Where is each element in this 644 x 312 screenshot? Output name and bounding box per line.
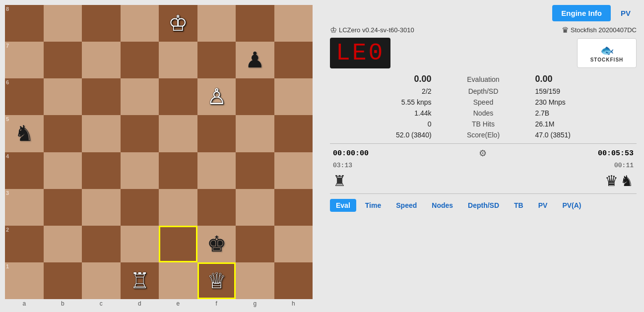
cell-g2[interactable] — [236, 226, 274, 262]
cell-f7[interactable] — [197, 42, 236, 78]
pv-button[interactable]: PV — [615, 5, 637, 21]
cell-d6[interactable] — [121, 78, 159, 115]
cell-g3[interactable] — [236, 189, 274, 226]
cell-g6[interactable] — [236, 78, 274, 115]
cell-e8[interactable]: ♔ — [159, 5, 197, 42]
cell-c5[interactable] — [82, 115, 121, 152]
tab-depth[interactable]: Depth/SD — [462, 199, 505, 212]
rank-label-4: 4 — [6, 153, 9, 159]
cell-f8[interactable] — [197, 5, 236, 42]
tab-pva[interactable]: PV(A) — [556, 199, 587, 212]
rank-label-3: 3 — [6, 190, 9, 196]
piece-black-king-f2[interactable]: ♚ — [207, 233, 226, 255]
chess-board[interactable]: 8♔7♟6♙5♞432♚1♖♕ — [5, 5, 313, 299]
tb-row: 0 TB Hits 26.1M — [330, 119, 637, 129]
nodes-row: 1.44k Nodes 2.7B — [330, 108, 637, 119]
cell-d4[interactable] — [121, 152, 159, 189]
cell-e4[interactable] — [159, 152, 197, 189]
gear-icon[interactable]: ⚙ — [479, 148, 487, 158]
cell-a4[interactable]: 4 — [5, 152, 44, 189]
cell-c8[interactable] — [82, 5, 121, 42]
stockfish-logo: 🐟 STOCKFISH — [577, 38, 637, 68]
cell-e7[interactable] — [159, 42, 197, 78]
piece-white-king-e8[interactable]: ♔ — [168, 12, 188, 34]
piece-black-knight-a5[interactable]: ♞ — [14, 123, 34, 144]
cell-c3[interactable] — [82, 189, 121, 226]
cell-h4[interactable] — [274, 152, 313, 189]
cell-b1[interactable] — [44, 262, 82, 299]
piece-white-pawn-f6[interactable]: ♙ — [207, 86, 226, 108]
piece-black-pawn-g7[interactable]: ♟ — [245, 49, 264, 71]
cell-h5[interactable] — [274, 115, 313, 152]
file-d: d — [121, 299, 159, 307]
cell-e6[interactable] — [159, 78, 197, 115]
cell-c1[interactable] — [82, 262, 121, 299]
cell-h6[interactable] — [274, 78, 313, 115]
right-knight-icon: ♞ — [620, 172, 634, 189]
cell-f5[interactable] — [197, 115, 236, 152]
cell-f3[interactable] — [197, 189, 236, 226]
cell-d3[interactable] — [121, 189, 159, 226]
rank-label-2: 2 — [6, 227, 9, 233]
board-section: 8♔7♟6♙5♞432♚1♖♕ a b c d e f g h — [0, 0, 322, 312]
right-time-bold: 00:05:53 — [598, 149, 634, 158]
tab-pv[interactable]: PV — [532, 199, 554, 212]
cell-c2[interactable] — [82, 226, 121, 262]
cell-b5[interactable] — [44, 115, 82, 152]
cell-d5[interactable] — [121, 115, 159, 152]
sub-time-row: 03:13 00:11 — [330, 162, 637, 169]
cell-h8[interactable] — [274, 5, 313, 42]
cell-h1[interactable] — [274, 262, 313, 299]
cell-e3[interactable] — [159, 189, 197, 226]
cell-g8[interactable] — [236, 5, 274, 42]
tab-time[interactable]: Time — [359, 199, 387, 212]
cell-b3[interactable] — [44, 189, 82, 226]
cell-g5[interactable] — [236, 115, 274, 152]
cell-c4[interactable] — [82, 152, 121, 189]
cell-f4[interactable] — [197, 152, 236, 189]
tab-eval[interactable]: Eval — [330, 199, 356, 212]
cell-f2[interactable]: ♚ — [197, 226, 236, 262]
right-piece-icons: ♛ ♞ — [605, 172, 634, 189]
cell-b2[interactable] — [44, 226, 82, 262]
cell-a8[interactable]: 8 — [5, 5, 44, 42]
cell-b6[interactable] — [44, 78, 82, 115]
cell-f6[interactable]: ♙ — [197, 78, 236, 115]
left-speed: 5.55 knps — [330, 97, 435, 108]
cell-d8[interactable] — [121, 5, 159, 42]
cell-a2[interactable]: 2 — [5, 226, 44, 262]
cell-e2[interactable] — [159, 226, 197, 262]
cell-g1[interactable] — [236, 262, 274, 299]
piece-white-rook-d1[interactable]: ♖ — [130, 270, 149, 292]
cell-a1[interactable]: 1 — [5, 262, 44, 299]
cell-h7[interactable] — [274, 42, 313, 78]
tab-nodes[interactable]: Nodes — [426, 199, 459, 212]
cell-c7[interactable] — [82, 42, 121, 78]
left-engine-name-label: LCZero v0.24-sv-t60-3010 — [339, 26, 414, 34]
left-piece-icons: ♜ — [333, 172, 346, 189]
tab-speed[interactable]: Speed — [390, 199, 423, 212]
cell-h3[interactable] — [274, 189, 313, 226]
gear-icon-wrapper[interactable]: ⚙ — [479, 148, 488, 159]
piece-white-queen-f1[interactable]: ♕ — [207, 270, 226, 292]
tab-tb[interactable]: TB — [508, 199, 529, 212]
cell-e1[interactable] — [159, 262, 197, 299]
cell-b7[interactable] — [44, 42, 82, 78]
cell-a6[interactable]: 6 — [5, 78, 44, 115]
right-queen-icon: ♛ — [605, 172, 618, 189]
cell-b8[interactable] — [44, 5, 82, 42]
cell-d2[interactable] — [121, 226, 159, 262]
cell-d1[interactable]: ♖ — [121, 262, 159, 299]
cell-d7[interactable] — [121, 42, 159, 78]
cell-g4[interactable] — [236, 152, 274, 189]
cell-f1[interactable]: ♕ — [197, 262, 236, 299]
cell-b4[interactable] — [44, 152, 82, 189]
cell-c6[interactable] — [82, 78, 121, 115]
cell-a3[interactable]: 3 — [5, 189, 44, 226]
cell-a5[interactable]: 5♞ — [5, 115, 44, 152]
engine-info-button[interactable]: Engine Info — [552, 5, 611, 21]
cell-e5[interactable] — [159, 115, 197, 152]
cell-h2[interactable] — [274, 226, 313, 262]
cell-g7[interactable]: ♟ — [236, 42, 274, 78]
cell-a7[interactable]: 7 — [5, 42, 44, 78]
